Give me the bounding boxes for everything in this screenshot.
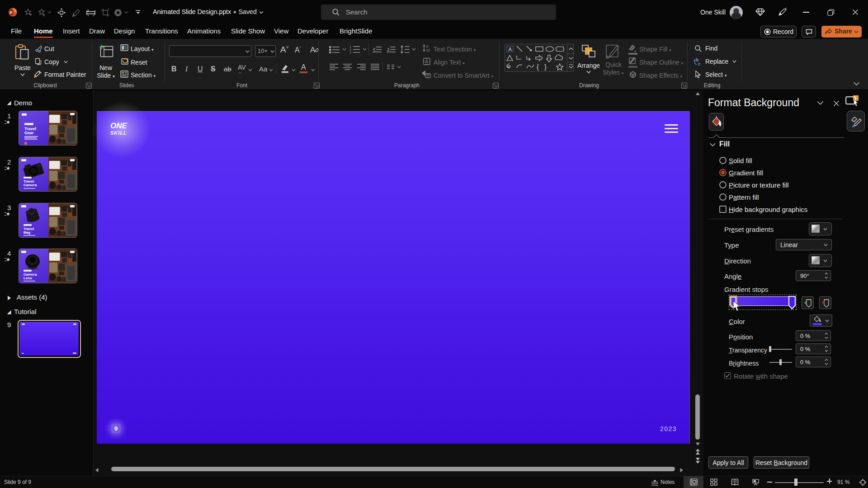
svg-text:c: c [698, 61, 701, 66]
svg-text:3: 3 [349, 52, 351, 54]
svg-text:{: { [537, 63, 539, 70]
svg-text:A: A [509, 47, 512, 52]
svg-text:P: P [9, 10, 13, 15]
svg-text:A: A [310, 46, 316, 54]
svg-text:1: 1 [349, 45, 351, 48]
svg-text:A: A [425, 59, 429, 64]
svg-text:A: A [426, 44, 429, 49]
svg-text:}: } [544, 63, 547, 70]
